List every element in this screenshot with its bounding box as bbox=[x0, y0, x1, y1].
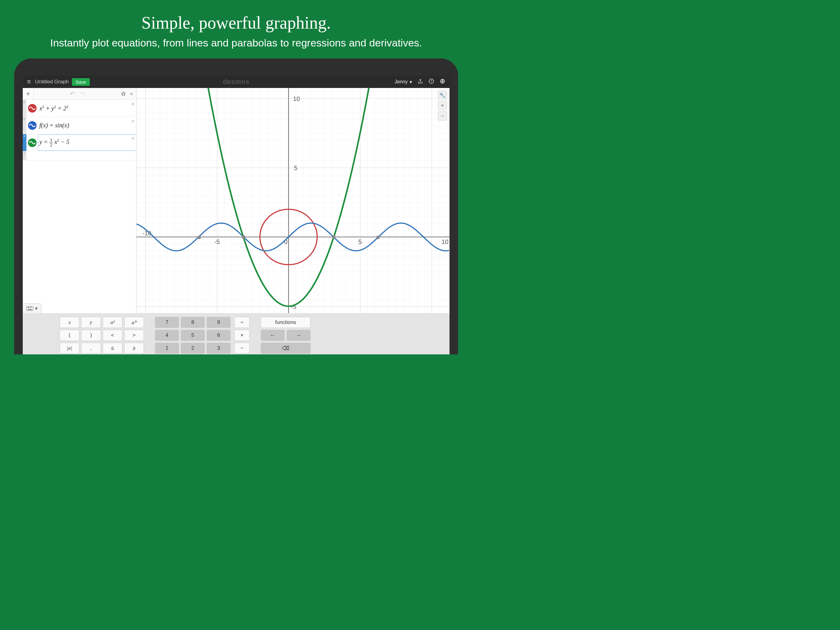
close-icon[interactable]: × bbox=[131, 101, 134, 108]
expression-list: 1 x2 + y2 = 22 × 2 bbox=[23, 100, 136, 313]
close-icon[interactable]: × bbox=[131, 118, 134, 125]
expression-panel: + ↶ ↷ ✿ « 1 bbox=[23, 88, 136, 313]
menu-icon[interactable]: ≡ bbox=[23, 78, 35, 86]
keyboard-icon bbox=[27, 306, 33, 311]
main-area: + ↶ ↷ ✿ « 1 bbox=[23, 88, 450, 313]
svg-rect-4 bbox=[27, 307, 28, 308]
key-3[interactable]: 3 bbox=[207, 343, 231, 354]
user-label: Jenny bbox=[395, 79, 408, 85]
key-functions[interactable]: functions bbox=[261, 317, 311, 328]
svg-point-26 bbox=[376, 236, 380, 239]
key-group-numbers: 7 8 9 4 5 6 1 2 3 0 . = bbox=[155, 317, 231, 355]
chevron-down-icon: ▾ bbox=[35, 306, 38, 311]
key-9[interactable]: 9 bbox=[207, 317, 231, 328]
key-gt[interactable]: > bbox=[124, 330, 144, 341]
svg-rect-8 bbox=[31, 307, 32, 308]
graph-svg: 10 5 -5 -10 -5 0 5 10 bbox=[136, 88, 450, 313]
app-window: ≡ Untitled Graph Save desmos Jenny ▾ ? bbox=[23, 76, 450, 355]
svg-point-24 bbox=[332, 235, 336, 239]
key-8[interactable]: 8 bbox=[181, 317, 205, 328]
key-y[interactable]: y bbox=[81, 317, 101, 328]
math-keyboard: x y a² aᵇ ( ) < > |a| , ≤ ≥ A B C √ π 7 … bbox=[23, 313, 450, 355]
key-lparen[interactable]: ( bbox=[60, 330, 79, 341]
key-5[interactable]: 5 bbox=[181, 330, 205, 341]
svg-point-25 bbox=[242, 236, 246, 239]
zoom-out-button[interactable]: − bbox=[438, 111, 447, 120]
svg-text:?: ? bbox=[431, 79, 432, 83]
expression-color-badge[interactable] bbox=[27, 121, 38, 130]
svg-text:5: 5 bbox=[358, 238, 362, 245]
key-6[interactable]: 6 bbox=[207, 330, 231, 341]
collapse-icon[interactable]: « bbox=[130, 90, 133, 97]
key-le[interactable]: ≤ bbox=[103, 343, 122, 354]
undo-icon[interactable]: ↶ bbox=[70, 90, 75, 97]
svg-rect-3 bbox=[27, 306, 33, 310]
expression-row[interactable]: 1 x2 + y2 = 22 × bbox=[23, 100, 136, 117]
key-mul[interactable]: × bbox=[234, 330, 249, 341]
row-number: 3 bbox=[23, 134, 27, 151]
hero-title: Simple, powerful graphing. bbox=[0, 13, 472, 33]
key-group-functions: functions ← → ⌫ ↵ bbox=[261, 317, 311, 355]
chevron-down-icon: ▾ bbox=[409, 79, 412, 85]
expression-color-badge[interactable] bbox=[27, 104, 38, 112]
user-menu[interactable]: Jenny ▾ bbox=[395, 79, 412, 85]
key-rparen[interactable]: ) bbox=[81, 330, 101, 341]
svg-text:10: 10 bbox=[293, 96, 300, 103]
svg-rect-9 bbox=[28, 309, 32, 310]
svg-point-27 bbox=[197, 236, 201, 239]
tablet-frame: ≡ Untitled Graph Save desmos Jenny ▾ ? bbox=[14, 59, 458, 355]
svg-text:5: 5 bbox=[294, 165, 297, 172]
key-1[interactable]: 1 bbox=[155, 343, 179, 354]
svg-rect-5 bbox=[28, 307, 29, 308]
key-left[interactable]: ← bbox=[261, 330, 285, 341]
row-number: 2 bbox=[23, 117, 27, 134]
key-square[interactable]: a² bbox=[103, 317, 122, 328]
redo-icon[interactable]: ↷ bbox=[80, 90, 85, 97]
row-number: 1 bbox=[23, 100, 27, 117]
expression-toolbar: + ↶ ↷ ✿ « bbox=[23, 88, 136, 100]
expression-row[interactable]: 2 f(x) = sin(x) × bbox=[23, 117, 136, 134]
keyboard-toggle[interactable]: ▾ bbox=[23, 303, 41, 313]
hero-subtitle: Instantly plot equations, from lines and… bbox=[0, 37, 472, 49]
svg-text:10: 10 bbox=[442, 238, 448, 245]
expression-row[interactable]: 3 y = 12 x2 − 5 × bbox=[23, 134, 136, 151]
add-expression-button[interactable]: + bbox=[23, 88, 34, 99]
key-x[interactable]: x bbox=[60, 317, 79, 328]
svg-rect-7 bbox=[30, 307, 31, 308]
graph-canvas[interactable]: 10 5 -5 -10 -5 0 5 10 bbox=[136, 88, 450, 313]
key-backspace[interactable]: ⌫ bbox=[261, 343, 311, 354]
wrench-icon[interactable]: 🔧 bbox=[438, 90, 447, 100]
row-number: 4 bbox=[23, 151, 27, 160]
key-sub[interactable]: − bbox=[234, 343, 249, 354]
close-icon[interactable]: × bbox=[131, 135, 134, 142]
key-power[interactable]: aᵇ bbox=[124, 317, 144, 328]
expression-row-empty[interactable]: 4 bbox=[23, 151, 136, 161]
svg-text:-5: -5 bbox=[214, 238, 220, 245]
svg-rect-11 bbox=[136, 88, 450, 313]
key-7[interactable]: 7 bbox=[155, 317, 179, 328]
expression-color-badge[interactable] bbox=[27, 138, 38, 147]
topbar: ≡ Untitled Graph Save desmos Jenny ▾ ? bbox=[23, 76, 450, 88]
key-ge[interactable]: ≥ bbox=[124, 343, 144, 354]
key-group-ops: ÷ × − + bbox=[234, 317, 249, 355]
hero-section: Simple, powerful graphing. Instantly plo… bbox=[0, 0, 472, 49]
share-icon[interactable] bbox=[418, 78, 423, 85]
key-abs[interactable]: |a| bbox=[60, 343, 79, 354]
key-lt[interactable]: < bbox=[103, 330, 122, 341]
key-right[interactable]: → bbox=[287, 330, 311, 341]
key-group-symbols: x y a² aᵇ ( ) < > |a| , ≤ ≥ A B C √ π bbox=[60, 317, 144, 355]
expression-input[interactable]: x2 + y2 = 22 bbox=[38, 101, 136, 115]
gear-icon[interactable]: ✿ bbox=[121, 90, 126, 97]
key-2[interactable]: 2 bbox=[181, 343, 205, 354]
key-4[interactable]: 4 bbox=[155, 330, 179, 341]
zoom-in-button[interactable]: + bbox=[438, 101, 447, 110]
expression-input[interactable]: y = 12 x2 − 5 bbox=[38, 135, 136, 150]
expression-input[interactable]: f(x) = sin(x) bbox=[38, 119, 136, 132]
help-icon[interactable]: ? bbox=[429, 78, 434, 85]
key-comma[interactable]: , bbox=[81, 343, 101, 354]
globe-icon[interactable] bbox=[440, 78, 445, 85]
save-button[interactable]: Save bbox=[72, 78, 90, 86]
brand-logo: desmos bbox=[223, 78, 249, 86]
key-div[interactable]: ÷ bbox=[234, 317, 249, 328]
graph-title[interactable]: Untitled Graph bbox=[35, 79, 69, 85]
